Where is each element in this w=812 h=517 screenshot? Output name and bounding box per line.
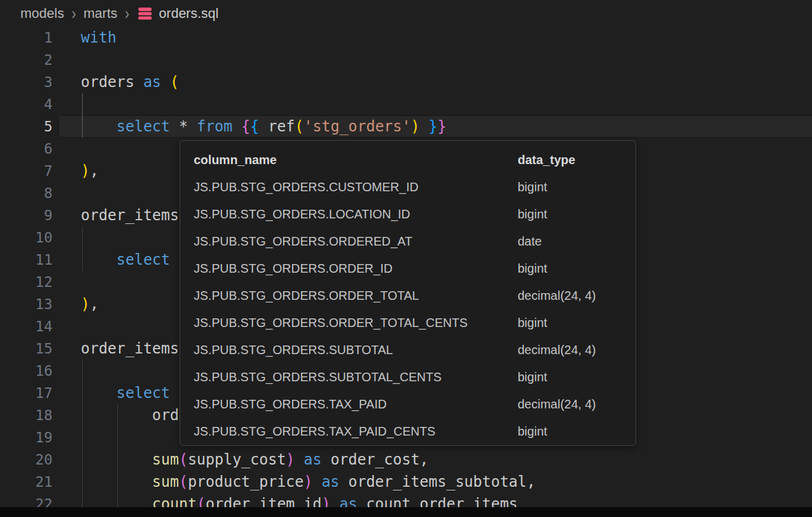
schema-row: JS.PUB.STG_ORDERS.TAX_PAIDdecimal(24, 4) (194, 391, 636, 418)
line-number: 3 (0, 74, 52, 90)
schema-row: JS.PUB.STG_ORDERS.ORDER_IDbigint (194, 255, 636, 282)
line-number: 6 (0, 141, 52, 157)
code-text: ), (81, 296, 99, 313)
code-text: count(order_item_id) as count_order_item… (81, 495, 518, 507)
line-number: 5 (0, 118, 52, 134)
line-number: 11 (0, 252, 52, 268)
code-line-2[interactable]: 2 (0, 49, 812, 71)
line-number: 9 (0, 207, 52, 223)
code-text: select (81, 384, 170, 402)
line-number: 7 (0, 163, 52, 179)
line-number: 20 (0, 452, 52, 468)
code-line-4[interactable]: 4 (0, 93, 812, 115)
line-number: 22 (0, 496, 52, 507)
code-text: ord (81, 407, 179, 424)
data-type-header: data_type (518, 153, 575, 167)
line-number: 15 (0, 341, 52, 357)
line-number: 14 (0, 318, 52, 334)
schema-row: JS.PUB.STG_ORDERS.SUBTOTAL_CENTSbigint (194, 363, 636, 391)
line-number: 16 (0, 363, 52, 379)
code-text: order_items (81, 207, 179, 224)
code-text: ), (81, 162, 99, 180)
schema-row: JS.PUB.STG_ORDERS.SUBTOTALdecimal(24, 4) (194, 336, 636, 363)
schema-row: JS.PUB.STG_ORDERS.CUSTOMER_IDbigint (194, 173, 636, 201)
chevron-right-icon: › (125, 3, 129, 23)
column-name-header: column_name (194, 153, 518, 167)
line-number: 21 (0, 474, 52, 490)
line-number: 19 (0, 429, 52, 445)
line-number: 4 (0, 96, 52, 112)
code-line-22[interactable]: 22 count(order_item_id) as count_order_i… (0, 493, 812, 507)
breadcrumb-file-name[interactable]: orders.sql (159, 6, 219, 22)
schema-rows: JS.PUB.STG_ORDERS.CUSTOMER_IDbigintJS.PU… (194, 173, 636, 445)
code-text: select * from {{ ref('stg_orders') }} (81, 118, 446, 135)
code-editor[interactable]: models › marts › orders.sql 1with23order… (0, 0, 812, 507)
line-number: 8 (0, 185, 52, 201)
code-text: order_items (81, 340, 179, 357)
code-text: with (81, 29, 117, 46)
code-text: select (81, 251, 170, 268)
database-icon (137, 6, 153, 22)
line-number: 10 (0, 230, 52, 246)
code-line-1[interactable]: 1with (0, 27, 812, 49)
code-text: orders as ( (81, 73, 179, 91)
line-number: 12 (0, 274, 52, 290)
code-line-3[interactable]: 3orders as ( (0, 71, 812, 93)
chevron-right-icon: › (72, 3, 76, 23)
line-number: 1 (0, 30, 52, 46)
line-number: 13 (0, 296, 52, 312)
line-number: 18 (0, 407, 52, 423)
schema-row: JS.PUB.STG_ORDERS.LOCATION_IDbigint (194, 201, 636, 228)
code-line-5[interactable]: 5 select * from {{ ref('stg_orders') }} (0, 115, 812, 138)
schema-row: JS.PUB.STG_ORDERS.TAX_PAID_CENTSbigint (194, 418, 636, 445)
breadcrumb-item-models[interactable]: models (20, 6, 64, 22)
breadcrumb-item-marts[interactable]: marts (83, 6, 117, 22)
schema-row: JS.PUB.STG_ORDERS.ORDERED_ATdate (194, 228, 636, 255)
code-text: sum(supply_cost) as order_cost, (81, 451, 429, 468)
line-number: 2 (0, 52, 52, 68)
schema-header-row: column_name data_type (194, 146, 636, 173)
schema-tooltip: column_name data_type JS.PUB.STG_ORDERS.… (180, 140, 636, 446)
code-line-20[interactable]: 20 sum(supply_cost) as order_cost, (0, 449, 812, 471)
code-line-21[interactable]: 21 sum(product_price) as order_items_sub… (0, 471, 812, 493)
schema-row: JS.PUB.STG_ORDERS.ORDER_TOTALdecimal(24,… (194, 282, 636, 309)
code-text: sum(product_price) as order_items_subtot… (81, 473, 536, 490)
window-edge (0, 507, 812, 517)
schema-row: JS.PUB.STG_ORDERS.ORDER_TOTAL_CENTSbigin… (194, 309, 636, 336)
line-number: 17 (0, 385, 52, 401)
breadcrumb: models › marts › orders.sql (0, 0, 812, 27)
